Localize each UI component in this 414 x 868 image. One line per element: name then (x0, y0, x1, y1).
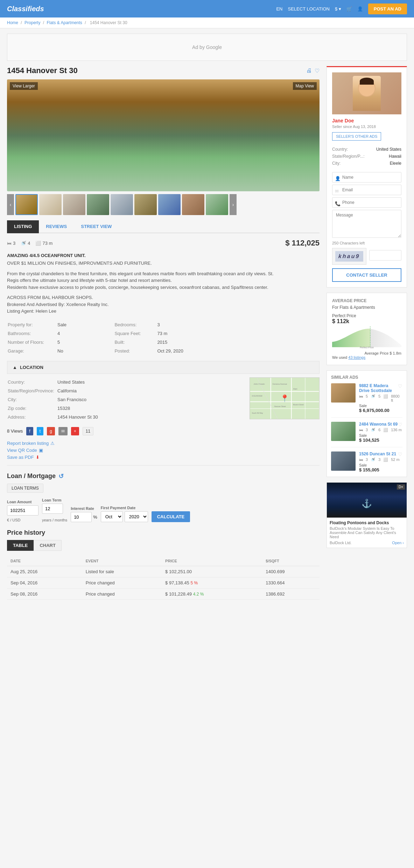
sim3-beds: 3 (366, 457, 368, 462)
plus-share-button[interactable]: + (71, 427, 79, 435)
twitter-share-button[interactable]: t (37, 427, 43, 435)
garage-label: Garage: (8, 347, 57, 355)
svg-text:John Frewin: John Frewin (254, 383, 265, 385)
listings-count-link[interactable]: 43 listings (348, 355, 365, 360)
similar-image-3[interactable] (331, 451, 356, 471)
property-image-container: View Larger Map View (7, 79, 320, 191)
captcha-input[interactable] (369, 250, 401, 261)
loan-amount-input[interactable] (7, 505, 38, 515)
thumbnail-8[interactable] (182, 194, 204, 215)
loc-row-country: Country: United States (8, 378, 244, 386)
col-date: DATE (7, 556, 82, 566)
thumbnail-3[interactable] (63, 194, 85, 215)
report-broken-link[interactable]: Report broken listing ⚠ (7, 441, 320, 446)
message-input[interactable] (332, 210, 401, 238)
similar-name-2[interactable]: 2484 Wawona St 69 (359, 422, 398, 427)
print-button[interactable]: 🖨 (306, 67, 312, 74)
facebook-share-button[interactable]: f (26, 427, 33, 435)
zip-value: 15328 (57, 404, 244, 412)
post-ad-button[interactable]: POST AN AD (368, 3, 407, 14)
price-history-table-tab[interactable]: TABLE (7, 540, 34, 551)
similar-heart-2[interactable]: ♡ (398, 422, 402, 428)
currency-selector[interactable]: $ ▾ (335, 6, 341, 12)
map-preview[interactable]: John Frewin Geneva Avenue Alert OCEANVIE… (250, 377, 320, 419)
similar-item-3: 1526 Duncan St 21 ♡ 🛏 3 🚿 3 ⬜ 52 m Sale … (331, 451, 402, 472)
location-section-header[interactable]: ▲ LOCATION (7, 361, 320, 374)
chevron-up-icon: ▲ (13, 365, 17, 370)
loan-term-label: Loan Term (42, 498, 67, 502)
seller-state-row: State/Region/P...: Hawaii (332, 153, 401, 160)
site-logo[interactable]: Classifieds (7, 5, 44, 13)
listing-header: 1454 Hanover St 30 🖨 ♡ (7, 66, 320, 75)
payment-month-select[interactable]: Oct Jan Feb Mar Apr May Jun Jul Aug Sep … (101, 511, 123, 522)
price-table-row: Aug 25, 2016 Listed for sale $ 102,251.0… (7, 566, 320, 577)
loan-terms-button[interactable]: LOAN TERMS (7, 484, 43, 493)
thumbnail-9[interactable] (206, 194, 228, 215)
breadcrumb-home[interactable]: Home (7, 20, 18, 25)
country-label: Country: (8, 378, 57, 386)
tab-street-view[interactable]: STREET VIEW (74, 220, 119, 233)
thumbnail-4[interactable] (87, 194, 109, 215)
thumb-next-button[interactable]: › (230, 194, 237, 215)
email-input[interactable] (332, 185, 401, 195)
sim3-area-icon: ⬜ (383, 457, 388, 462)
perfect-price-label: Perfect Price (332, 313, 401, 318)
qr-code-link[interactable]: View QR Code ▣ (7, 448, 320, 453)
thumbnail-6[interactable] (134, 194, 157, 215)
location-selector[interactable]: SELECT LOCATION (288, 6, 330, 12)
tab-listing[interactable]: LISTING (7, 220, 39, 233)
email-share-button[interactable]: ✉ (58, 427, 68, 435)
listing-price: $ 112,025 (285, 239, 320, 248)
sim1-baths-icon: 🚿 (371, 394, 376, 403)
pdf-icon: ⬇ (36, 455, 40, 460)
location-content: Country: United States State/Region/Prov… (7, 377, 320, 422)
language-selector[interactable]: EN (276, 6, 282, 12)
currency-label: € / USD (7, 518, 38, 522)
tab-reviews[interactable]: REVIEWS (39, 220, 74, 233)
google-share-button[interactable]: g (47, 427, 55, 435)
similar-image-2[interactable] (331, 422, 356, 441)
name-input[interactable] (332, 172, 401, 183)
similar-name-1[interactable]: 9882 E Madera Drive Scottsdale (359, 383, 398, 393)
interest-rate-input[interactable] (71, 512, 92, 522)
similar-heart-1[interactable]: ♡ (398, 383, 402, 394)
similar-item-2: 2484 Wawona St 69 ♡ 🛏 3 🚿 6 ⬜ 136 m Sale… (331, 422, 402, 447)
loc-row-city: City: San Francisco (8, 396, 244, 404)
thumbnail-2[interactable] (39, 194, 62, 215)
save-pdf-link[interactable]: Save as PDF ⬇ (7, 455, 320, 460)
loan-term-input[interactable] (42, 504, 63, 514)
captcha-image: khau9 (332, 248, 366, 265)
similar-heart-3[interactable]: ♡ (398, 451, 402, 457)
user-icon[interactable]: 👤 (357, 6, 363, 12)
report-links: Report broken listing ⚠ View QR Code ▣ S… (7, 441, 320, 460)
avg-price-value: $ 1.8m (390, 351, 401, 355)
refresh-icon[interactable]: ↺ (58, 472, 64, 480)
thumbnail-5[interactable] (111, 194, 133, 215)
price-history-chart-tab[interactable]: CHART (34, 540, 62, 551)
thumbnail-1[interactable] (15, 194, 38, 215)
similar-name-3[interactable]: 1526 Duncan St 21 (359, 451, 396, 456)
payment-year-select[interactable]: 2020 2021 2022 2023 (125, 511, 148, 522)
price-table-body: Aug 25, 2016 Listed for sale $ 102,251.0… (7, 566, 320, 599)
thumbnail-7[interactable] (158, 194, 181, 215)
favorite-button[interactable]: ♡ (315, 67, 320, 74)
svg-text:Hanover Street: Hanover Street (274, 405, 286, 407)
view-larger-button[interactable]: View Larger (10, 82, 38, 90)
similar-stats-1: 🛏 5 🚿 5 ⬜ 8800 ft (359, 394, 402, 403)
cart-icon[interactable]: 🛒 (346, 6, 352, 12)
ad-card-open-link[interactable]: Open › (392, 541, 404, 545)
thumb-prev-button[interactable]: ‹ (7, 194, 14, 215)
breadcrumb-property[interactable]: Property (24, 20, 40, 25)
contact-form: 👤 ✉ 📞 250 Characters left khau9 (332, 172, 401, 282)
map-view-button[interactable]: Map View (293, 82, 317, 90)
similar-image-1[interactable] (331, 383, 356, 403)
svg-text:Geneva Avenue: Geneva Avenue (273, 383, 288, 385)
breadcrumb-flats[interactable]: Flats & Apartments (47, 20, 82, 25)
calculate-button[interactable]: CALCULATE (152, 511, 190, 522)
similar-info-3: 1526 Duncan St 21 ♡ 🛏 3 🚿 3 ⬜ 52 m Sale … (359, 451, 402, 472)
similar-price-3: $ 155,005 (359, 467, 402, 472)
row-sqft: 1330.664 (262, 577, 320, 588)
seller-ads-button[interactable]: SELLER'S OTHER ADS (332, 132, 381, 141)
phone-input[interactable] (332, 197, 401, 208)
contact-seller-button[interactable]: CONTACT SELLER (332, 268, 401, 282)
